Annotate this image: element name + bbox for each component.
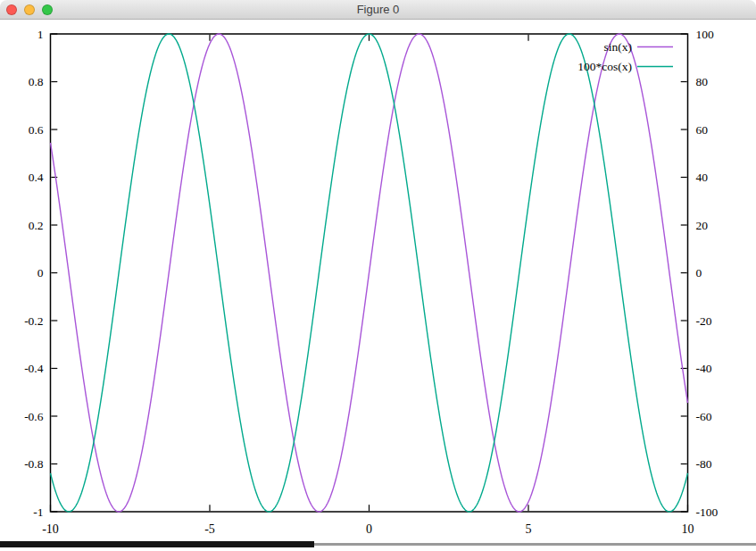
y-left-tick-label: 0.4 (29, 171, 44, 184)
title-bar[interactable]: Figure 0 (0, 0, 756, 20)
y-left-tick-label: -0.8 (24, 457, 44, 471)
y-left-tick-label: 0.2 (29, 219, 44, 232)
y-left-tick-label: 0.8 (29, 75, 44, 88)
plot-area: -10-5051010.80.60.40.20-0.2-0.4-0.6-0.8-… (0, 20, 756, 542)
plot-canvas: -10-5051010.80.60.40.20-0.2-0.4-0.6-0.8-… (0, 20, 756, 542)
x-tick-label: -10 (42, 522, 59, 536)
window-title: Figure 0 (0, 0, 756, 20)
y-left-tick-label: -0.2 (24, 314, 43, 328)
y-right-tick-label: -20 (696, 314, 712, 328)
y-right-tick-label: 80 (696, 75, 709, 88)
page-background-strip (0, 547, 756, 551)
y-right-tick-label: 20 (696, 219, 709, 232)
figure-window: Figure 0 -10-5051010.80.60.40.20-0.2-0.4… (0, 0, 756, 551)
y-left-tick-label: 1 (37, 28, 44, 41)
y-right-tick-label: -60 (696, 410, 712, 423)
y-right-tick-label: -40 (696, 362, 712, 375)
x-tick-label: 5 (526, 522, 532, 536)
y-left-tick-label: 0.6 (29, 123, 44, 137)
y-left-tick-label: -1 (33, 505, 43, 519)
x-tick-label: 10 (682, 522, 694, 536)
background-window-edge (0, 541, 314, 547)
y-left-tick-label: 0 (37, 266, 44, 280)
legend-label: 100*cos(x) (577, 60, 632, 73)
legend-label: sin(x) (604, 40, 633, 54)
y-left-tick-label: -0.6 (24, 410, 44, 423)
y-right-tick-label: 0 (696, 266, 702, 280)
series-curve-sin (51, 34, 688, 512)
y-right-tick-label: -80 (696, 457, 712, 471)
x-tick-label: -5 (204, 522, 215, 536)
y-right-tick-label: 40 (696, 171, 709, 184)
y-left-tick-label: -0.4 (24, 362, 44, 375)
y-right-tick-label: 60 (696, 123, 709, 137)
y-right-tick-label: 100 (696, 28, 715, 41)
y-right-tick-label: -100 (696, 505, 719, 519)
x-tick-label: 0 (366, 522, 372, 536)
